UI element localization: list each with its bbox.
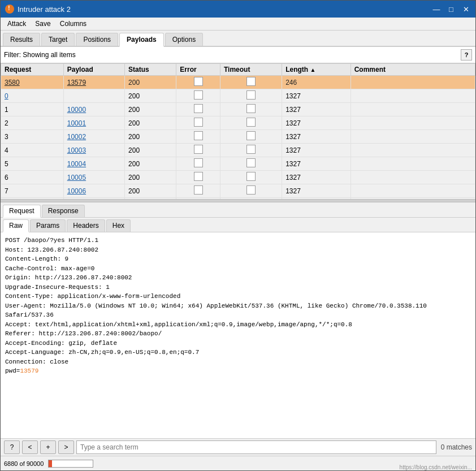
tab-target[interactable]: Target bbox=[41, 33, 75, 46]
sub-tab-request[interactable]: Request bbox=[3, 205, 41, 218]
table-row[interactable]: 8100072001327 bbox=[1, 198, 475, 200]
cell-error bbox=[176, 157, 220, 171]
cell-error bbox=[176, 103, 220, 116]
sub-tab-response[interactable]: Response bbox=[42, 205, 85, 217]
cell-comment bbox=[350, 144, 475, 157]
menu-bar: Attack Save Columns bbox=[1, 18, 475, 31]
cell-error bbox=[176, 144, 220, 157]
menu-columns[interactable]: Columns bbox=[55, 19, 91, 29]
col-comment[interactable]: Comment bbox=[350, 64, 475, 76]
tab-positions[interactable]: Positions bbox=[76, 33, 118, 46]
table-row[interactable]: 2100012001327 bbox=[1, 116, 475, 130]
cell-error bbox=[176, 116, 220, 130]
inner-tab-params[interactable]: Params bbox=[30, 219, 66, 232]
request-line: Accept-Encoding: gzip, deflate bbox=[5, 339, 471, 348]
request-line: Host: 123.206.87.240:8002 bbox=[5, 245, 471, 255]
col-length[interactable]: Length ▲ bbox=[282, 64, 351, 76]
cell-status: 200 bbox=[125, 116, 176, 130]
table-row[interactable]: 02001327 bbox=[1, 89, 475, 103]
tab-results[interactable]: Results bbox=[3, 33, 40, 46]
col-status[interactable]: Status bbox=[125, 64, 176, 76]
tab-options[interactable]: Options bbox=[165, 33, 203, 46]
cell-comment bbox=[350, 103, 475, 116]
cell-length: 1327 bbox=[282, 144, 351, 157]
table-row[interactable]: 4100032001327 bbox=[1, 144, 475, 157]
col-request[interactable]: Request bbox=[1, 64, 64, 76]
table-row[interactable]: 358013579200246 bbox=[1, 76, 475, 89]
cell-timeout bbox=[220, 116, 282, 130]
help-toolbar-button[interactable]: ? bbox=[4, 440, 20, 454]
cell-request: 2 bbox=[1, 116, 64, 130]
cell-comment bbox=[350, 157, 475, 171]
filter-bar: Filter: Showing all items ? bbox=[1, 47, 475, 63]
cell-status: 200 bbox=[125, 171, 176, 184]
results-table: Request Payload Status Error Timeout Len… bbox=[1, 63, 475, 199]
pwd-value: 13579 bbox=[20, 368, 38, 374]
minimize-button[interactable]: — bbox=[431, 4, 442, 14]
watermark-text: https://blog.csdn.net/weixin... bbox=[400, 464, 472, 470]
menu-attack[interactable]: Attack bbox=[3, 19, 31, 29]
cell-timeout bbox=[220, 89, 282, 103]
window-controls: — □ ✕ bbox=[431, 4, 471, 14]
cell-length: 1327 bbox=[282, 89, 351, 103]
table-body: 3580135792002460200132711000020013272100… bbox=[1, 76, 475, 200]
request-line: Accept-Language: zh-CN,zh;q=0.9,en-US;q=… bbox=[5, 348, 471, 357]
status-bar: 6880 of 90000 https://blog.csdn.net/weix… bbox=[1, 456, 475, 470]
col-timeout[interactable]: Timeout bbox=[220, 64, 282, 76]
matches-text: 0 matches bbox=[441, 443, 472, 451]
menu-save[interactable]: Save bbox=[31, 19, 55, 29]
main-window: Intruder attack 2 — □ ✕ Attack Save Colu… bbox=[0, 0, 476, 471]
search-input[interactable] bbox=[76, 440, 436, 454]
cell-status: 200 bbox=[125, 157, 176, 171]
cell-comment bbox=[350, 198, 475, 200]
cell-status: 200 bbox=[125, 198, 176, 200]
filter-help-button[interactable]: ? bbox=[461, 49, 472, 61]
progress-bar-fill bbox=[49, 460, 52, 467]
cell-timeout bbox=[220, 184, 282, 198]
request-line: Cache-Control: max-age=0 bbox=[5, 264, 471, 274]
cell-error bbox=[176, 184, 220, 198]
cell-payload: 10003 bbox=[63, 144, 124, 157]
cell-comment bbox=[350, 184, 475, 198]
cell-comment bbox=[350, 130, 475, 144]
cell-status: 200 bbox=[125, 184, 176, 198]
col-payload[interactable]: Payload bbox=[63, 64, 124, 76]
inner-tab-raw[interactable]: Raw bbox=[3, 219, 29, 232]
prev-button[interactable]: < bbox=[22, 440, 38, 454]
inner-tab-headers[interactable]: Headers bbox=[67, 219, 105, 232]
cell-length: 246 bbox=[282, 76, 351, 89]
inner-tab-hex[interactable]: Hex bbox=[106, 219, 131, 232]
next-button[interactable]: > bbox=[58, 440, 74, 454]
table-row[interactable]: 1100002001327 bbox=[1, 103, 475, 116]
cell-timeout bbox=[220, 103, 282, 116]
bottom-toolbar: ? < + > 0 matches bbox=[1, 438, 475, 456]
results-table-container: Request Payload Status Error Timeout Len… bbox=[1, 63, 475, 199]
cell-request: 4 bbox=[1, 144, 64, 157]
cell-request: 0 bbox=[1, 89, 64, 103]
table-scroll[interactable]: Request Payload Status Error Timeout Len… bbox=[1, 63, 475, 199]
cell-comment bbox=[350, 76, 475, 89]
cell-payload: 10007 bbox=[63, 198, 124, 200]
request-line: pwd=13579 bbox=[5, 366, 471, 376]
cell-payload: 10005 bbox=[63, 171, 124, 184]
cell-payload: 10001 bbox=[63, 116, 124, 130]
add-button[interactable]: + bbox=[40, 440, 56, 454]
cell-request: 7 bbox=[1, 184, 64, 198]
table-row[interactable]: 6100052001327 bbox=[1, 171, 475, 184]
cell-request: 1 bbox=[1, 103, 64, 116]
table-wrapper: Request Payload Status Error Timeout Len… bbox=[1, 63, 475, 199]
cell-timeout bbox=[220, 76, 282, 89]
close-button[interactable]: ✕ bbox=[461, 4, 471, 14]
table-row[interactable]: 7100062001327 bbox=[1, 184, 475, 198]
filter-text: Filter: Showing all items bbox=[4, 51, 76, 59]
table-row[interactable]: 3100022001327 bbox=[1, 130, 475, 144]
request-line: Upgrade-Insecure-Requests: 1 bbox=[5, 283, 471, 292]
table-row[interactable]: 5100042001327 bbox=[1, 157, 475, 171]
cell-status: 200 bbox=[125, 130, 176, 144]
maximize-button[interactable]: □ bbox=[446, 4, 456, 14]
cell-status: 200 bbox=[125, 103, 176, 116]
cell-comment bbox=[350, 116, 475, 130]
col-error[interactable]: Error bbox=[176, 64, 220, 76]
cell-payload: 10004 bbox=[63, 157, 124, 171]
tab-payloads[interactable]: Payloads bbox=[119, 33, 164, 47]
